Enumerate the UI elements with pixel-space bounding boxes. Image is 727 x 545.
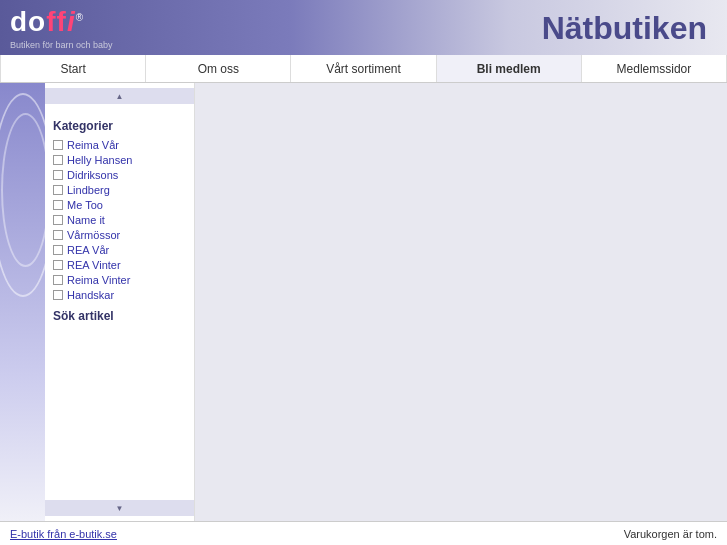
categories-title: Kategorier xyxy=(53,119,186,133)
nav-bli-medlem[interactable]: Bli medlem xyxy=(437,55,582,82)
nav-om-oss[interactable]: Om oss xyxy=(146,55,291,82)
checkbox-rea-vinter[interactable] xyxy=(53,260,63,270)
category-reima-vinter[interactable]: Reima Vinter xyxy=(53,274,186,286)
checkbox-didriksons[interactable] xyxy=(53,170,63,180)
logo-tagline: Butiken för barn och baby xyxy=(10,40,113,50)
main-layout: ▲ Kategorier Reima Vår Helly Hansen Didr… xyxy=(0,83,727,521)
logo: doffi® xyxy=(10,6,84,38)
category-didriksons[interactable]: Didriksons xyxy=(53,169,186,181)
nav-sortiment[interactable]: Vårt sortiment xyxy=(291,55,436,82)
category-name-it[interactable]: Name it xyxy=(53,214,186,226)
category-reima-var[interactable]: Reima Vår xyxy=(53,139,186,151)
site-title: Nätbutiken xyxy=(542,9,707,46)
checkbox-reima-var[interactable] xyxy=(53,140,63,150)
checkbox-lindberg[interactable] xyxy=(53,185,63,195)
sidebar-scroll[interactable]: Kategorier Reima Vår Helly Hansen Didrik… xyxy=(45,104,194,500)
sidebar: ▲ Kategorier Reima Vår Helly Hansen Didr… xyxy=(45,83,195,521)
checkbox-reima-vinter[interactable] xyxy=(53,275,63,285)
nav-medlemssidor[interactable]: Medlemssidor xyxy=(582,55,727,82)
category-handskar[interactable]: Handskar xyxy=(53,289,186,301)
scroll-up-arrow[interactable]: ▲ xyxy=(45,88,194,104)
nav-bar: Start Om oss Vårt sortiment Bli medlem M… xyxy=(0,55,727,83)
search-label: Sök artikel xyxy=(53,309,186,323)
cart-status: Varukorgen är tom. xyxy=(624,528,717,540)
category-lindberg[interactable]: Lindberg xyxy=(53,184,186,196)
category-helly-hansen[interactable]: Helly Hansen xyxy=(53,154,186,166)
category-rea-var[interactable]: REA Vår xyxy=(53,244,186,256)
left-decoration xyxy=(0,83,45,521)
checkbox-me-too[interactable] xyxy=(53,200,63,210)
content-area xyxy=(195,83,727,521)
nav-start[interactable]: Start xyxy=(0,55,146,82)
checkbox-handskar[interactable] xyxy=(53,290,63,300)
checkbox-varmossor[interactable] xyxy=(53,230,63,240)
category-varmossor[interactable]: Vårmössor xyxy=(53,229,186,241)
category-rea-vinter[interactable]: REA Vinter xyxy=(53,259,186,271)
checkbox-rea-var[interactable] xyxy=(53,245,63,255)
header: doffi® Butiken för barn och baby Nätbuti… xyxy=(0,0,727,55)
logo-area: doffi® Butiken för barn och baby xyxy=(10,6,113,50)
registered-mark: ® xyxy=(76,11,84,22)
category-me-too[interactable]: Me Too xyxy=(53,199,186,211)
footer-link[interactable]: E-butik från e-butik.se xyxy=(10,528,117,540)
checkbox-name-it[interactable] xyxy=(53,215,63,225)
scroll-down-arrow[interactable]: ▼ xyxy=(45,500,194,516)
footer: E-butik från e-butik.se Varukorgen är to… xyxy=(0,521,727,545)
checkbox-helly-hansen[interactable] xyxy=(53,155,63,165)
